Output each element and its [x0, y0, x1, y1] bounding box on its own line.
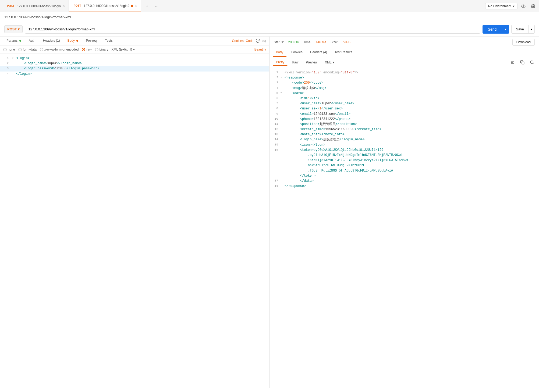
save-dropdown-icon[interactable]: ▾	[529, 25, 534, 33]
right-panel: Status: 200 OK Time: 146 ms Size: 794 B …	[270, 37, 539, 388]
xml-type-label: XML (text/xml)	[111, 48, 132, 51]
word-wrap-button[interactable]	[509, 59, 516, 66]
copy-button[interactable]	[519, 59, 526, 66]
cookies-link[interactable]: Cookies	[232, 39, 244, 43]
download-button[interactable]: Download	[512, 39, 535, 46]
settings-icon-button[interactable]	[529, 2, 537, 10]
line-num-2: 2	[2, 61, 9, 66]
radio-urlencoded-icon	[40, 48, 43, 51]
tab2-unsaved-dot	[131, 5, 133, 7]
line-num-1: 1	[2, 56, 9, 61]
request-tabs: Params Auth Headers (1) Body Pre-req. Te…	[0, 37, 269, 45]
response-code: 1 <?xml version="1.0" encoding="utf-8"?>…	[270, 68, 539, 388]
xml-type-select[interactable]: XML (text/xml) ▾	[111, 48, 135, 51]
option-binary[interactable]: binary	[95, 48, 108, 51]
resp-line-8: 8 <user_sex>1</user_sex>	[270, 106, 539, 111]
time-label: Time:	[303, 40, 311, 44]
code-text-2: <login_name>super</login_name>	[16, 61, 82, 66]
beautify-button[interactable]: Beautify	[254, 48, 266, 51]
tab-headers[interactable]: Headers (1)	[40, 37, 63, 45]
radio-formdata-icon	[18, 48, 22, 51]
radio-binary-icon	[95, 48, 98, 51]
format-icons	[509, 59, 536, 66]
resp-line-16: 16 <token>eyJ0eXAiOiJKV1QiLCJhbGciOiJJUz…	[270, 148, 539, 179]
search-button[interactable]	[528, 59, 536, 66]
svg-line-7	[533, 63, 534, 64]
code-text-4: </login>	[16, 72, 32, 77]
svg-rect-5	[522, 62, 524, 64]
resp-line-10: 10 <phone>13212341222</phone>	[270, 117, 539, 122]
option-none[interactable]: none	[3, 48, 15, 51]
params-dot	[19, 40, 21, 42]
save-button[interactable]: Save ▾	[511, 25, 535, 34]
radio-none-icon	[3, 48, 7, 51]
svg-point-0	[523, 6, 524, 7]
tab-params[interactable]: Params	[3, 37, 24, 45]
option-raw[interactable]: raw	[82, 48, 91, 51]
option-urlencoded[interactable]: x-www-form-urlencoded	[40, 48, 79, 51]
tab-prereq[interactable]: Pre-req.	[83, 37, 101, 45]
code-line-3: 3 <login_password>123456</login_password…	[0, 66, 269, 71]
eye-icon-button[interactable]	[520, 2, 527, 10]
fmt-raw-button[interactable]: Raw	[289, 59, 302, 66]
environment-select[interactable]: No Environment ▾	[485, 3, 517, 9]
svg-point-6	[530, 61, 533, 64]
resp-line-3: 3 <code>200</code>	[270, 80, 539, 85]
option-raw-label: raw	[86, 48, 91, 51]
line-toggle-4	[12, 72, 15, 77]
url-input[interactable]	[25, 25, 480, 34]
resp-tab-headers[interactable]: Headers (4)	[307, 48, 330, 57]
status-label: Status:	[274, 40, 284, 44]
resp-tab-cookies[interactable]: Cookies	[288, 48, 306, 57]
tab2-close[interactable]: ✕	[135, 4, 137, 8]
new-tab-button[interactable]: +	[143, 2, 151, 10]
more-tabs-button[interactable]: ···	[153, 2, 161, 10]
env-chevron-icon: ▾	[513, 4, 515, 8]
code-icon: 💬	[256, 39, 260, 43]
resp-line-9: 9 <email>124@123.com</email>	[270, 112, 539, 117]
format-bar: Pretty Raw Preview XML ▾	[270, 57, 539, 68]
resp-line-5: 5 ▾ <data>	[270, 91, 539, 96]
resp-line-4: 4 <msg>请求成功</msg>	[270, 86, 539, 91]
resp-line-7: 7 <user_name>super</user_name>	[270, 101, 539, 106]
send-label: Send	[483, 25, 502, 34]
resp-line-13: 13 <note_info></note_info>	[270, 132, 539, 137]
tab-1[interactable]: POST 127.0.0.1:8099/li-boss/v1/login ✕	[2, 0, 69, 12]
fmt-xml-label: XML	[325, 60, 332, 64]
line-toggle-3	[12, 66, 15, 71]
code-badge: (0)	[263, 39, 266, 42]
resp-tab-body[interactable]: Body	[273, 48, 286, 57]
fmt-xml-select[interactable]: XML ▾	[322, 59, 338, 66]
fmt-pretty-button[interactable]: Pretty	[273, 59, 288, 66]
resp-tab-test-results[interactable]: Test Results	[331, 48, 355, 57]
tab1-close[interactable]: ✕	[62, 4, 65, 8]
body-options: none form-data x-www-form-urlencoded raw…	[0, 45, 269, 54]
time-value: 146 ms	[316, 40, 326, 44]
code-editor[interactable]: 1 ▾ <login> 2 <login_name>super</login_n…	[0, 54, 269, 388]
tab1-method: POST	[6, 4, 15, 8]
svg-point-1	[533, 6, 534, 7]
tab-bar: POST 127.0.0.1:8099/li-boss/v1/login ✕ P…	[0, 0, 539, 12]
tab-auth[interactable]: Auth	[26, 37, 39, 45]
send-dropdown-icon[interactable]: ▾	[502, 25, 509, 33]
method-select[interactable]: POST ▾	[4, 25, 23, 33]
code-line-2: 2 <login_name>super</login_name>	[0, 61, 269, 66]
tab-body[interactable]: Body	[64, 37, 82, 45]
fmt-preview-button[interactable]: Preview	[303, 59, 321, 66]
code-link[interactable]: Code	[246, 39, 254, 43]
code-line-4: 4 </login>	[0, 72, 269, 77]
tab-tests[interactable]: Tests	[102, 37, 116, 45]
option-formdata-label: form-data	[23, 48, 37, 51]
tab-2[interactable]: POST 127.0.0.1:8099/li-boss/v1/login? ✕	[69, 0, 141, 12]
resp-line-12: 12 <create_time>1556523116000.0</create_…	[270, 127, 539, 132]
resp-line-2: 2 ▾ <response>	[270, 75, 539, 80]
option-form-data[interactable]: form-data	[18, 48, 37, 51]
send-button[interactable]: Send ▾	[483, 25, 509, 34]
tab-actions: + ···	[143, 2, 161, 10]
method-chevron-icon: ▾	[18, 27, 20, 31]
left-panel: Params Auth Headers (1) Body Pre-req. Te…	[0, 37, 270, 388]
status-value: 200 OK	[288, 40, 299, 44]
main-layout: Params Auth Headers (1) Body Pre-req. Te…	[0, 37, 539, 388]
line-toggle-1[interactable]: ▾	[12, 56, 15, 61]
tab1-url: 127.0.0.1:8099/li-boss/v1/login	[17, 4, 61, 8]
